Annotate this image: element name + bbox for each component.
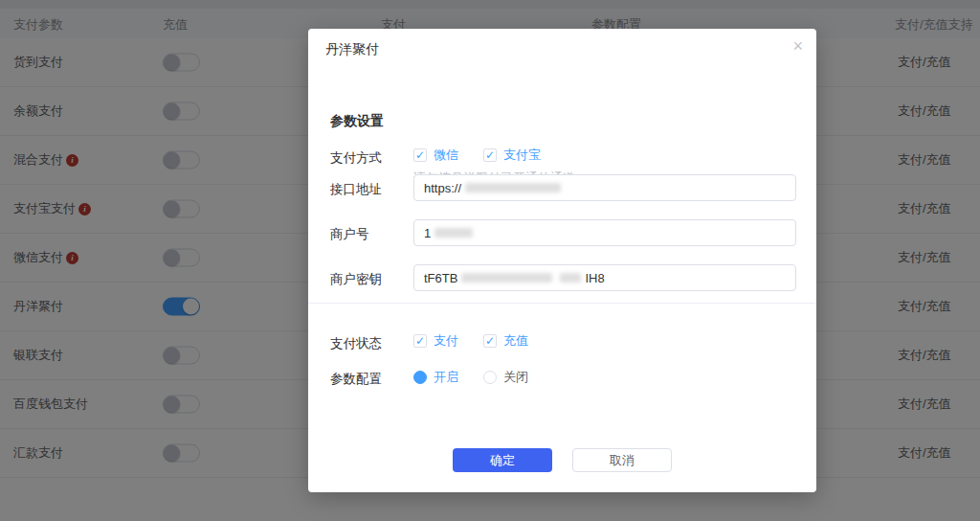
masked-text <box>434 228 473 238</box>
merchant-key-input[interactable]: tF6TB IH8 <box>413 264 796 291</box>
checkbox-wechat-label: 微信 <box>434 147 458 164</box>
api-url-label: 接口地址 <box>330 181 382 198</box>
merchant-id-label: 商户号 <box>330 226 369 243</box>
pay-status-label: 支付状态 <box>330 335 382 352</box>
radio-selected-icon <box>413 371 427 384</box>
radio-disable-label: 关闭 <box>503 369 528 386</box>
payment-config-dialog: 丹洋聚付 × 参数设置 支付方式 ✓ 微信 ✓ 支付宝 请勾选丹洋聚付已开通的通… <box>308 29 816 492</box>
section-title: 参数设置 <box>330 113 384 130</box>
checkbox-pay[interactable]: ✓ 支付 <box>413 332 458 350</box>
masked-text <box>560 273 581 283</box>
close-icon[interactable]: × <box>792 37 803 55</box>
param-config-label: 参数配置 <box>330 371 382 388</box>
dialog-title: 丹洋聚付 <box>325 41 379 58</box>
pay-method-label: 支付方式 <box>330 149 382 167</box>
checkbox-recharge[interactable]: ✓ 充值 <box>483 332 528 350</box>
api-url-input[interactable]: https:// <box>413 174 796 201</box>
merchant-id-input[interactable]: 1 <box>413 219 796 246</box>
confirm-button[interactable]: 确定 <box>453 448 552 472</box>
checkbox-alipay[interactable]: ✓ 支付宝 <box>483 147 541 164</box>
section-divider <box>308 303 816 304</box>
pay-status-options: ✓ 支付 ✓ 充值 <box>413 332 553 350</box>
radio-disable[interactable]: 关闭 <box>483 369 528 386</box>
pay-method-options: ✓ 微信 ✓ 支付宝 <box>413 147 566 164</box>
merchant-id-value: 1 <box>424 226 431 240</box>
radio-enable[interactable]: 开启 <box>413 369 458 386</box>
radio-enable-label: 开启 <box>434 369 458 386</box>
masked-text <box>461 273 552 283</box>
radio-unselected-icon <box>483 371 497 384</box>
check-icon: ✓ <box>413 334 427 348</box>
merchant-key-value-prefix: tF6TB <box>424 271 457 285</box>
checkbox-wechat[interactable]: ✓ 微信 <box>413 147 458 164</box>
checkbox-pay-label: 支付 <box>434 332 458 350</box>
api-url-value: https:// <box>424 181 461 195</box>
check-icon: ✓ <box>483 334 497 348</box>
check-icon: ✓ <box>483 148 497 162</box>
check-icon: ✓ <box>413 148 427 162</box>
cancel-button[interactable]: 取消 <box>572 448 672 472</box>
masked-text <box>465 183 561 193</box>
checkbox-alipay-label: 支付宝 <box>503 147 541 164</box>
param-config-options: 开启 关闭 <box>413 369 553 386</box>
merchant-key-label: 商户密钥 <box>330 271 382 288</box>
merchant-key-value-suffix: IH8 <box>585 271 604 285</box>
checkbox-recharge-label: 充值 <box>503 332 528 350</box>
